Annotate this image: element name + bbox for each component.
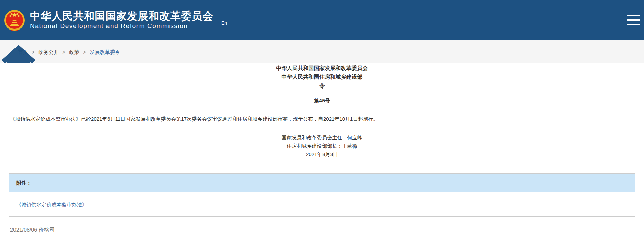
document-title-line: 中华人民共和国国家发展和改革委员会 bbox=[0, 64, 644, 73]
document-number: 第45号 bbox=[0, 96, 644, 105]
document-title: 中华人民共和国国家发展和改革委员会 中华人民共和国住房和城乡建设部 令 bbox=[0, 64, 644, 90]
bottom-divider bbox=[9, 244, 635, 244]
attachment-box: 附件： 《城镇供水定价成本监审办法》 bbox=[9, 173, 635, 217]
document-title-line: 中华人民共和国住房和城乡建设部 bbox=[0, 73, 644, 81]
document-body-paragraph: 《城镇供水定价成本监审办法》已经2021年6月11日国家发展和改革委员会第17次… bbox=[10, 115, 634, 123]
attachment-header: 附件： bbox=[9, 174, 635, 192]
signature-line: 住房和城乡建设部部长：王蒙徽 bbox=[0, 142, 644, 150]
menu-bar bbox=[627, 19, 640, 21]
signature-date: 2021年8月3日 bbox=[0, 150, 644, 159]
site-title-zh: 中华人民共和国国家发展和改革委员会 bbox=[30, 10, 213, 22]
hamburger-menu-icon[interactable] bbox=[627, 15, 640, 25]
site-title-en: National Development and Reform Commissi… bbox=[30, 22, 213, 30]
breadcrumb-band: 首页 > 政务公开 > 政策 > 发展改革委令 bbox=[0, 40, 644, 63]
language-toggle-link[interactable]: En bbox=[221, 20, 227, 26]
breadcrumb-zhengwugongkai-link[interactable]: 政务公开 bbox=[38, 49, 59, 55]
home-icon bbox=[2, 44, 35, 63]
attachment-body: 《城镇供水定价成本监审办法》 bbox=[9, 192, 635, 216]
document-title-line: 令 bbox=[0, 81, 644, 90]
breadcrumb-current-link[interactable]: 发展改革委令 bbox=[90, 49, 120, 55]
breadcrumb-zhengce-link[interactable]: 政策 bbox=[69, 49, 79, 55]
site-title-block: 中华人民共和国国家发展和改革委员会 National Development a… bbox=[30, 10, 213, 30]
national-emblem-icon[interactable] bbox=[4, 10, 25, 31]
document-signatures: 国家发展和改革委员会主任：何立峰 住房和城乡建设部部长：王蒙徽 2021年8月3… bbox=[0, 133, 644, 159]
signature-line: 国家发展和改革委员会主任：何立峰 bbox=[0, 133, 644, 142]
attachment-link[interactable]: 《城镇供水定价成本监审办法》 bbox=[16, 202, 87, 207]
breadcrumb-separator: > bbox=[62, 49, 65, 55]
menu-bar bbox=[627, 24, 640, 25]
breadcrumb-separator: > bbox=[83, 49, 86, 55]
publish-meta: 2021/08/06 价格司 bbox=[10, 226, 644, 234]
menu-bar bbox=[627, 15, 640, 16]
site-header: 中华人民共和国国家发展和改革委员会 National Development a… bbox=[0, 0, 644, 40]
